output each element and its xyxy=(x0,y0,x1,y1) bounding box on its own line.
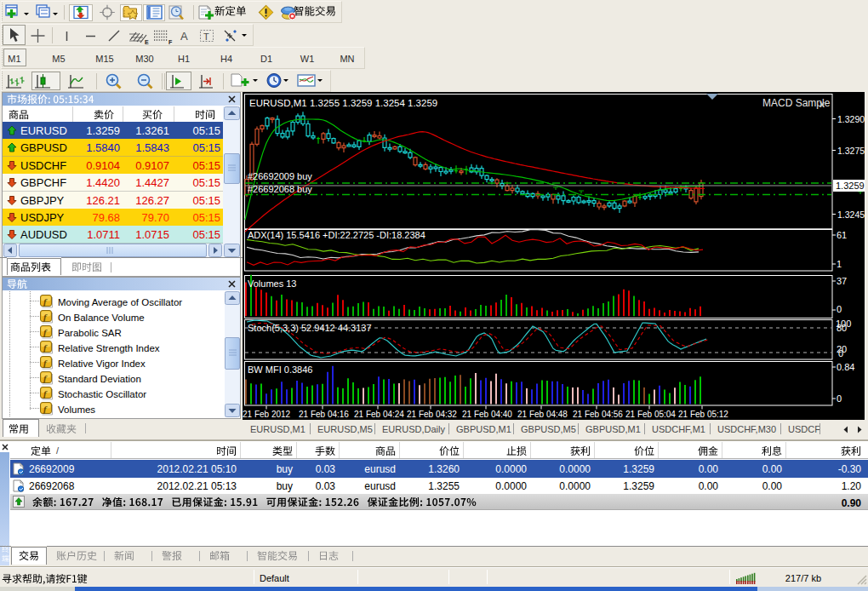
svg-text:0: 0 xyxy=(837,393,842,404)
svg-text:37: 37 xyxy=(837,276,847,286)
svg-text:61: 61 xyxy=(837,230,847,240)
svg-text:#26692009 buy: #26692009 buy xyxy=(248,171,312,181)
svg-text:BW MFI 0.3846: BW MFI 0.3846 xyxy=(248,364,312,375)
svg-text:21 Feb 04:40: 21 Feb 04:40 xyxy=(462,410,512,419)
svg-text:80: 80 xyxy=(837,323,847,333)
svg-text:Stoch(5,3,3) 52.9412 44.3137: Stoch(5,3,3) 52.9412 44.3137 xyxy=(248,323,372,333)
svg-text:F: F xyxy=(168,39,173,45)
svg-text:1.3275: 1.3275 xyxy=(837,146,865,156)
svg-text:1.3259: 1.3259 xyxy=(836,181,865,191)
svg-text:21 Feb 04:32: 21 Feb 04:32 xyxy=(407,410,457,419)
svg-text:Volumes 13: Volumes 13 xyxy=(248,278,296,289)
svg-text:0: 0 xyxy=(837,304,842,314)
svg-text:1.3245: 1.3245 xyxy=(837,209,865,220)
svg-text:21 Feb 2012: 21 Feb 2012 xyxy=(243,410,291,419)
svg-text:21 Feb 04:16: 21 Feb 04:16 xyxy=(299,410,349,419)
svg-text:0.84: 0.84 xyxy=(837,362,854,372)
svg-text:21 Feb 04:24: 21 Feb 04:24 xyxy=(354,410,404,419)
svg-text:1: 1 xyxy=(837,259,842,269)
svg-text:EURUSD,M1 1.3255 1.3259 1.325: EURUSD,M1 1.3255 1.3259 1.3254 1.3259 xyxy=(249,98,437,108)
svg-text:0: 0 xyxy=(838,348,843,359)
svg-text:21 Feb 04:56: 21 Feb 04:56 xyxy=(573,410,623,419)
svg-text:T: T xyxy=(203,32,209,42)
svg-text:ADX(14) 15.5416 +DI:22.2725 -D: ADX(14) 15.5416 +DI:22.2725 -DI:18.2384 xyxy=(248,230,425,240)
svg-text:E: E xyxy=(145,39,149,45)
svg-text:1.3290: 1.3290 xyxy=(837,114,865,124)
svg-text:21 Feb 05:04: 21 Feb 05:04 xyxy=(625,410,676,419)
svg-text:x: x xyxy=(819,99,825,109)
svg-text:21 Feb 04:48: 21 Feb 04:48 xyxy=(517,410,568,419)
svg-text:21 Feb 05:12: 21 Feb 05:12 xyxy=(678,410,728,419)
svg-text:A: A xyxy=(180,30,188,43)
svg-text:#26692068 buy: #26692068 buy xyxy=(248,184,312,194)
